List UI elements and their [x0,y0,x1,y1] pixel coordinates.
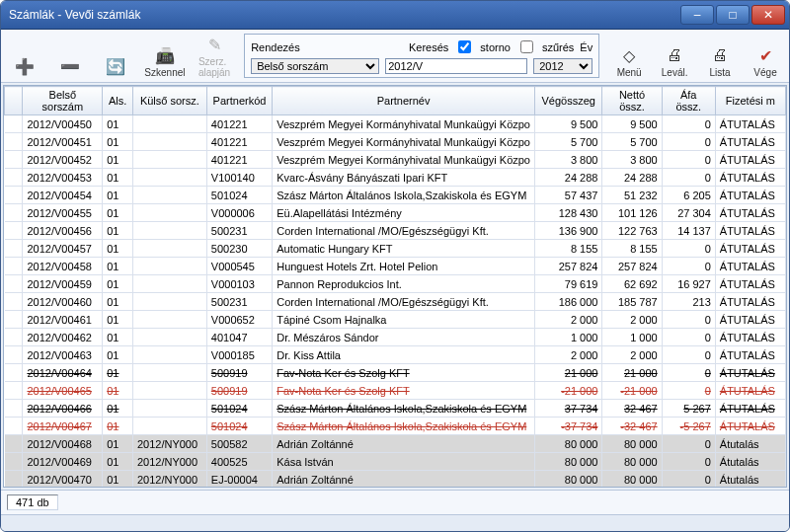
filter-panel: Rendezés Keresés storno szűrés Év Belső … [244,34,599,78]
table-row[interactable]: 2012/V0046401500919Fav-Nota Ker és Szolg… [5,364,786,382]
storno-label: storno [480,41,511,53]
table-row[interactable]: 2012/V00468012012/NY000500582Adrián Zolt… [5,435,786,453]
table-row[interactable]: 2012/V0046201401047Dr. Mészáros Sándor1 … [5,329,786,346]
col-header[interactable]: Partnernév [273,87,535,115]
minus-icon: ➖ [59,55,81,77]
eraser-icon: ◇ [618,44,640,66]
window-title: Számlák - Vevői számlák [9,8,680,22]
window-buttons: – □ ✕ [680,5,785,25]
scan-label: Szkennel [144,67,185,78]
year-select[interactable]: 2012 [533,58,592,74]
table-row[interactable]: 2012/V00470012012/NY000EJ-00004Adrián Zo… [5,471,786,489]
close-button[interactable]: ✕ [751,5,785,25]
table-row[interactable]: 2012/V0046701501024Szász Márton Általáno… [5,418,786,435]
list-label: Lista [710,67,731,78]
row-count: 471 db [7,494,58,510]
list-button[interactable]: 🖨Lista [704,44,736,78]
horizontal-scrollbar[interactable] [1,514,789,531]
app-window: { "title": "Számlák - Vevői számlák", "t… [0,0,790,532]
refresh-button[interactable]: 🔄 [100,55,131,78]
menu-label: Menü [617,67,642,78]
table-row[interactable]: 2012/V0045401501024Szász Márton Általáno… [5,187,786,204]
plus-icon: ➕ [14,55,36,77]
year-label: Év [580,41,592,53]
col-header[interactable]: Belső sorszám [23,87,103,115]
toolbar: ➕ ➖ 🔄 📠Szkennel ✎Szerz. alapján Rendezés… [1,30,789,83]
add-button[interactable]: ➕ [9,55,40,78]
grid[interactable]: Belső sorszámAls.Külső sorsz.PartnerkódP… [3,85,787,488]
table-row[interactable]: 2012/V0045201401221Veszprém Megyei Kormá… [5,151,786,169]
scanner-icon: 📠 [154,44,176,66]
col-header[interactable]: Külső sorsz. [132,87,206,115]
end-button[interactable]: ✔Vége [750,44,781,78]
print-button[interactable]: 🖨Levál. [659,44,690,78]
printer-icon: 🖨 [664,44,685,66]
sort-label: Rendezés [251,41,300,53]
scan-button[interactable]: 📠Szkennel [145,44,185,78]
search-input[interactable] [385,58,527,74]
contract-button: ✎Szerz. alapján [198,34,230,78]
table-row[interactable]: 2012/V0046301V000185Dr. Kiss Attila2 000… [5,346,786,364]
remove-button[interactable]: ➖ [54,55,86,78]
table-row[interactable]: 2012/V0045001401221Veszprém Megyei Kormá… [5,115,786,133]
col-header[interactable]: Fizetési m [715,87,785,115]
col-header[interactable]: Végösszeg [534,87,601,115]
refresh-icon: 🔄 [105,55,126,77]
end-label: Vége [753,67,776,78]
maximize-button[interactable]: □ [716,5,750,25]
invoice-table: Belső sorszámAls.Külső sorsz.PartnerkódP… [4,86,786,488]
col-header[interactable]: Áfa össz. [662,87,715,115]
storno-checkbox[interactable] [520,40,533,53]
filter-label: szűrés [542,41,574,53]
check-icon: ✔ [754,44,776,66]
print-label: Levál. [662,67,688,78]
menu-button[interactable]: ◇Menü [613,44,645,78]
titlebar: Számlák - Vevői számlák – □ ✕ [1,1,789,30]
table-row[interactable]: 2012/V0046001500231Corden International … [5,293,786,311]
col-header[interactable] [5,87,23,115]
col-header[interactable]: Als. [103,87,133,115]
contract-label: Szerz. alapján [198,56,230,78]
table-row[interactable]: 2012/V0045101401221Veszprém Megyei Kormá… [5,133,786,151]
list-icon: 🖨 [709,44,731,66]
table-row[interactable]: 2012/V0045601500231Corden International … [5,222,786,240]
contract-icon: ✎ [203,34,225,55]
table-row[interactable]: 2012/V0045301V100140Kvarc-Ásvány Bányász… [5,169,786,187]
table-row[interactable]: 2012/V0046601501024Szász Márton Általáno… [5,400,786,418]
table-row[interactable]: 2012/V00469012012/NY000400525Kása István… [5,453,786,471]
table-row[interactable]: 2012/V0045501V000006Eü.Alapellátási Inté… [5,204,786,222]
minimize-button[interactable]: – [680,5,714,25]
table-row[interactable]: 2012/V0046101V000652Tápiné Csom Hajnalka… [5,311,786,329]
col-header[interactable]: Nettó össz. [602,87,662,115]
search-label: Keresés [409,41,448,53]
table-row[interactable]: 2012/V0045901V000103Pannon Reprodukcios … [5,275,786,293]
table-row[interactable]: 2012/V0045701500230Automatic Hungary KFT… [5,240,786,258]
table-row[interactable]: 2012/V0045801V000545Hunguest Hotels Zrt.… [5,258,786,275]
search-checkbox[interactable] [458,40,471,53]
statusbar: 471 db [1,490,789,514]
col-header[interactable]: Partnerkód [206,87,272,115]
sort-select[interactable]: Belső sorszám [251,58,379,74]
table-row[interactable]: 2012/V0046501500919Fav-Nota Ker és Szolg… [5,382,786,400]
